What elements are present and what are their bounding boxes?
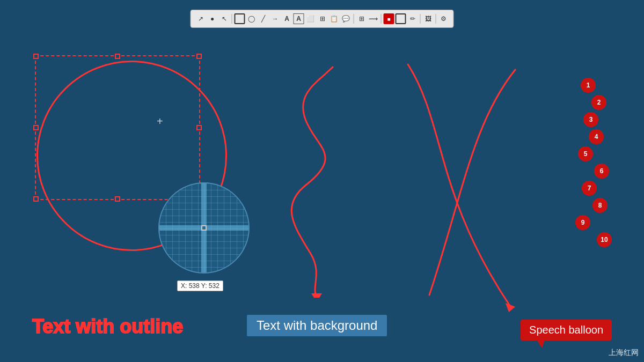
sep4 bbox=[420, 14, 421, 24]
handle-ml[interactable] bbox=[33, 125, 39, 130]
coordinates-label: X: 538 Y: 532 bbox=[177, 280, 223, 291]
sep5 bbox=[436, 14, 436, 24]
bullet-6: 6 bbox=[594, 164, 609, 179]
bullet-4: 4 bbox=[589, 129, 604, 144]
bullet-8: 8 bbox=[592, 198, 608, 213]
handle-bl[interactable] bbox=[33, 196, 39, 202]
pen-tool[interactable]: ✏ bbox=[407, 13, 418, 24]
numbered-bullets-list: 12345678910 bbox=[575, 78, 612, 247]
magnified-circle bbox=[158, 182, 250, 274]
bullet-row: 10 bbox=[575, 232, 612, 247]
bullet-row: 8 bbox=[575, 198, 608, 213]
stroke-color[interactable] bbox=[396, 13, 406, 24]
canvas-area[interactable]: X: 538 Y: 532 12345678910 Text with outl… bbox=[0, 35, 644, 362]
bullet-7: 7 bbox=[582, 181, 597, 196]
settings-tool[interactable]: ⚙ bbox=[438, 13, 449, 24]
text-with-background: Text with background bbox=[247, 315, 387, 336]
text-tool-a[interactable]: A bbox=[282, 13, 292, 24]
speech-balloon: Speech balloon bbox=[521, 320, 612, 341]
arrow-line-tool[interactable]: → bbox=[270, 13, 281, 24]
handle-tl[interactable] bbox=[33, 54, 39, 59]
bullet-5: 5 bbox=[578, 146, 593, 161]
sep3 bbox=[381, 14, 382, 24]
bullet-row: 2 bbox=[575, 95, 606, 110]
table-tool[interactable]: ⊞ bbox=[356, 13, 367, 24]
speech-tool[interactable]: 💬 bbox=[341, 13, 352, 24]
xcross-drawing bbox=[402, 59, 526, 322]
grid-tool[interactable]: ⊞ bbox=[317, 13, 328, 24]
sep1 bbox=[232, 14, 232, 24]
fill-color[interactable]: ■ bbox=[384, 13, 394, 24]
text-tool-b[interactable]: A bbox=[294, 13, 304, 24]
circle-tool[interactable]: ● bbox=[207, 13, 218, 24]
bullet-1: 1 bbox=[581, 78, 596, 93]
handle-tr[interactable] bbox=[196, 54, 202, 59]
bullet-row: 7 bbox=[575, 181, 597, 196]
grid-center-square bbox=[201, 225, 207, 231]
bullet-9: 9 bbox=[575, 215, 590, 230]
watermark: 上海红网 bbox=[609, 348, 639, 358]
number-tool[interactable]: 📋 bbox=[329, 13, 340, 24]
rect-tool[interactable] bbox=[235, 13, 245, 24]
bullet-10: 10 bbox=[597, 232, 612, 247]
bullet-row: 6 bbox=[575, 164, 609, 179]
crosshair bbox=[156, 118, 166, 129]
arrow-tool[interactable]: ↗ bbox=[195, 13, 206, 24]
bullet-row: 3 bbox=[575, 112, 598, 127]
bullet-2: 2 bbox=[591, 95, 606, 110]
drawing-toolbar[interactable]: ↗ ● ↖ ◯ ╱ → A A ⬜ ⊞ 📋 💬 ⊞ ⟿ ■ ✏ 🖼 ⚙ bbox=[191, 10, 454, 28]
bullet-row: 4 bbox=[575, 129, 604, 144]
text-with-outline: Text with outline bbox=[32, 315, 183, 338]
image-tool[interactable]: 🖼 bbox=[423, 13, 434, 24]
zigzag-tool[interactable]: ⟿ bbox=[368, 13, 379, 24]
selection-rect[interactable] bbox=[35, 55, 200, 200]
handle-tc[interactable] bbox=[115, 54, 120, 59]
handle-bc[interactable] bbox=[115, 196, 120, 202]
line-tool[interactable]: ╱ bbox=[258, 13, 269, 24]
stamp-tool[interactable]: ⬜ bbox=[305, 13, 316, 24]
bullet-row: 9 bbox=[575, 215, 590, 230]
ellipse-tool[interactable]: ◯ bbox=[246, 13, 257, 24]
zigzag-drawing bbox=[263, 62, 370, 298]
svg-marker-0 bbox=[311, 293, 322, 298]
svg-marker-1 bbox=[506, 303, 515, 312]
handle-mr[interactable] bbox=[196, 125, 202, 130]
bullet-row: 1 bbox=[575, 78, 596, 93]
bullet-row: 5 bbox=[575, 146, 593, 161]
pointer-tool[interactable]: ↖ bbox=[219, 13, 230, 24]
sep2 bbox=[354, 14, 354, 24]
bullet-3: 3 bbox=[583, 112, 598, 127]
